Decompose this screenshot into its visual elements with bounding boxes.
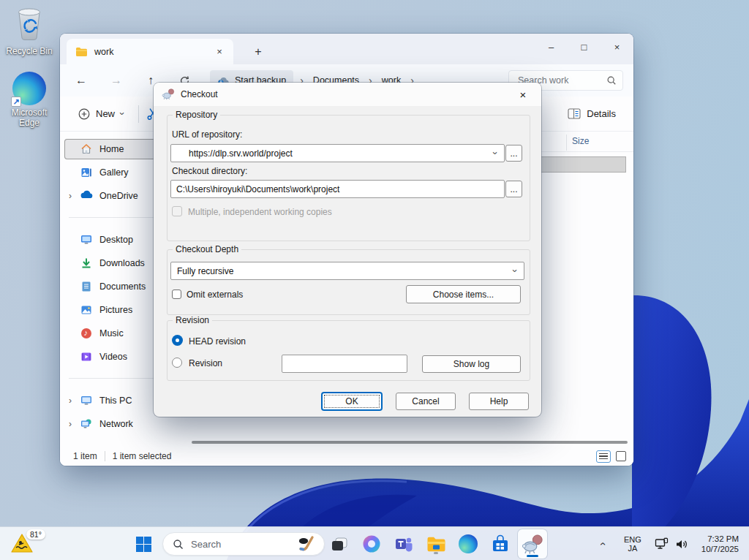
language-bottom: JA [624, 544, 641, 553]
search-icon [606, 75, 617, 86]
checkout-depth-group: Checkout Depth [167, 249, 530, 315]
sidebar-item-pictures[interactable]: Pictures › [64, 300, 168, 320]
store-button[interactable] [490, 534, 511, 554]
desktop-icon-label: Recycle Bin [1, 46, 57, 56]
sidebar-item-gallery[interactable]: Gallery [64, 162, 168, 183]
head-revision-radio[interactable] [172, 335, 183, 346]
downloads-icon [80, 257, 93, 269]
tortoisesvn-taskbar-button[interactable] [518, 529, 547, 559]
tray-date: 10/7/2025 [701, 544, 739, 554]
column-header-size[interactable]: Size [572, 136, 589, 146]
teams-button[interactable] [394, 534, 414, 554]
tab-work[interactable]: work × [67, 39, 233, 64]
toolbar-divider [138, 105, 139, 123]
large-icons-view-toggle[interactable] [616, 451, 626, 461]
window-close-button[interactable]: × [601, 34, 633, 60]
taskbar-search[interactable]: Search [162, 532, 325, 556]
choose-items-button[interactable]: Choose items... [406, 285, 521, 303]
edge-icon [459, 534, 478, 553]
back-button[interactable]: ← [72, 71, 91, 90]
tab-close-icon[interactable]: × [211, 44, 227, 60]
cancel-button[interactable]: Cancel [396, 393, 456, 410]
gallery-icon [80, 167, 93, 178]
sidebar-item-label: Network [99, 419, 133, 429]
depth-selected-value: Fully recursive [177, 266, 233, 276]
tray-time: 7:32 PM [701, 534, 739, 544]
weather-widget[interactable]: 81° [10, 532, 48, 556]
new-tab-button[interactable]: + [249, 42, 268, 61]
edge-button[interactable] [458, 534, 478, 554]
plus-circle-icon [78, 108, 90, 120]
ok-button[interactable]: OK [322, 393, 382, 410]
sidebar-item-this-pc[interactable]: › This PC [64, 390, 168, 411]
desktop-icon-microsoft-edge[interactable]: ↗ Microsoft Edge [1, 72, 57, 128]
dialog-title-bar[interactable]: Checkout × [154, 83, 541, 106]
horizontal-scrollbar[interactable] [192, 441, 628, 444]
omit-externals-label: Omit externals [187, 290, 243, 300]
help-button[interactable]: Help [469, 393, 529, 410]
copilot-button[interactable] [361, 534, 382, 554]
start-button[interactable] [133, 534, 154, 554]
sidebar-item-network[interactable]: › Network [64, 414, 168, 434]
dialog-title: Checkout [181, 89, 218, 99]
dialog-close-button[interactable]: × [511, 86, 535, 103]
window-minimize-button[interactable]: – [535, 34, 568, 60]
sidebar-item-desktop[interactable]: Desktop › [64, 230, 168, 250]
pictures-icon [80, 304, 93, 316]
new-button[interactable]: New › [71, 104, 131, 124]
column-divider [566, 135, 567, 151]
details-button[interactable]: Details [562, 104, 622, 124]
select-chevron-icon: › [509, 269, 520, 272]
edge-icon: ↗ [12, 72, 46, 105]
music-icon: ♪ [80, 328, 93, 339]
sidebar-divider [69, 217, 163, 218]
volume-tray-icon[interactable] [674, 535, 691, 553]
expand-chevron-icon[interactable]: › [69, 419, 80, 429]
desktop: Recycle Bin ↗ Microsoft Edge work × + – … [0, 0, 749, 560]
network-tray-icon[interactable] [653, 535, 671, 553]
desktop-folder-icon [80, 234, 93, 246]
tab-bar: work × + – □ × [60, 34, 633, 64]
sidebar-item-label: OneDrive [99, 191, 138, 201]
depth-select[interactable]: Fully recursive › [170, 262, 524, 280]
copilot-icon [362, 534, 381, 553]
omit-externals-checkbox[interactable] [172, 290, 181, 299]
details-button-label: Details [587, 108, 616, 119]
tortoisesvn-icon [522, 534, 543, 554]
sidebar-item-label: Documents [99, 281, 146, 292]
desktop-icon-recycle-bin[interactable]: Recycle Bin [1, 6, 57, 56]
show-log-button[interactable]: Show log [422, 355, 521, 373]
url-browse-button[interactable]: ... [505, 145, 522, 162]
details-view-toggle[interactable] [596, 450, 611, 463]
url-combobox[interactable]: https://dlp.srv.world/project › [170, 144, 505, 162]
multiple-copies-checkbox[interactable] [172, 206, 182, 216]
expand-chevron-icon[interactable]: › [69, 396, 80, 406]
running-indicator [434, 552, 438, 554]
clock[interactable]: 7:32 PM 10/7/2025 [701, 534, 739, 554]
sidebar-item-onedrive[interactable]: › OneDrive [64, 186, 168, 206]
windows-logo-icon [135, 536, 152, 553]
forward-button[interactable]: → [107, 71, 126, 90]
url-label: URL of repository: [172, 129, 242, 140]
sidebar-item-label: Desktop [99, 235, 133, 245]
microsoft-store-icon [491, 534, 510, 553]
sidebar-item-downloads[interactable]: Downloads › [64, 253, 168, 273]
multiple-copies-label: Multiple, independent working copies [188, 207, 332, 217]
expand-chevron-icon[interactable]: › [69, 191, 80, 201]
task-view-button[interactable] [329, 534, 350, 554]
sidebar-item-music[interactable]: ♪ Music › [64, 323, 168, 344]
file-explorer-icon [426, 536, 446, 553]
sidebar-item-videos[interactable]: Videos › [64, 347, 168, 367]
file-explorer-button[interactable] [426, 534, 446, 554]
revision-number-input[interactable] [282, 355, 407, 373]
directory-input[interactable]: C:\Users\hiroyuki\Documents\work\project [170, 180, 505, 198]
language-indicator[interactable]: ENG JA [624, 535, 641, 553]
window-maximize-button[interactable]: □ [568, 34, 601, 60]
head-revision-label: HEAD revision [189, 336, 246, 347]
sidebar-item-documents[interactable]: Documents › [64, 276, 168, 297]
repository-group-label: Repository [173, 110, 220, 120]
tray-expand-chevron[interactable]: › [596, 535, 608, 553]
directory-browse-button[interactable]: ... [505, 181, 522, 197]
sidebar-item-home[interactable]: Home [64, 139, 168, 159]
revision-radio[interactable] [172, 357, 182, 368]
